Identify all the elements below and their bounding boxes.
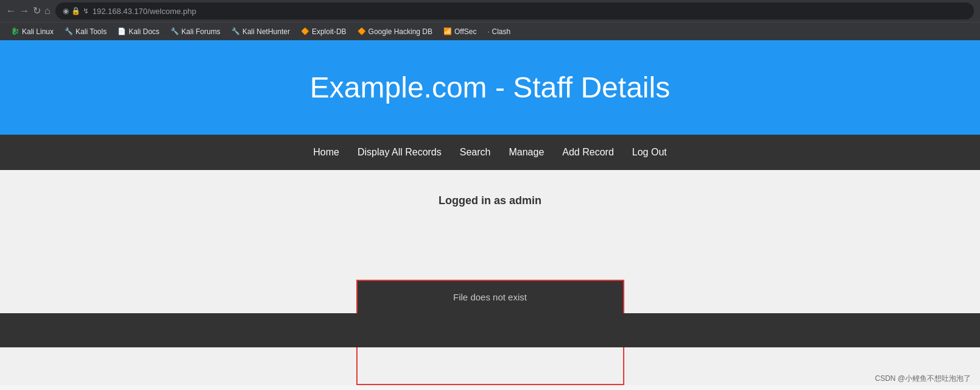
shield-icon: ◉ bbox=[63, 7, 69, 15]
kali-forums-icon: 🔧 bbox=[171, 27, 179, 35]
nav-bar: Home Display All Records Search Manage A… bbox=[0, 135, 980, 170]
bookmark-kali-nethunter[interactable]: 🔧 Kali NetHunter bbox=[227, 26, 295, 37]
nav-buttons: ← → ↻ ⌂ bbox=[6, 6, 51, 16]
bookmark-kali-forums[interactable]: 🔧 Kali Forums bbox=[166, 26, 225, 37]
error-container: File does not exist bbox=[0, 280, 980, 313]
bookmark-kali-linux[interactable]: 🐉 Kali Linux bbox=[6, 26, 58, 37]
bookmark-label: Kali NetHunter bbox=[242, 27, 290, 36]
watermark: CSDN @小鲤鱼不想吐泡泡了 bbox=[875, 374, 971, 384]
reload-button[interactable]: ↻ bbox=[33, 6, 41, 16]
nav-logout[interactable]: Log Out bbox=[632, 147, 667, 158]
browser-toolbar: ← → ↻ ⌂ ◉ 🔒 ↯ 192.168.43.170/welcome.php bbox=[0, 0, 980, 22]
offsec-icon: 📶 bbox=[443, 27, 452, 35]
bookmark-label: Kali Docs bbox=[129, 27, 160, 36]
security-icons: ◉ 🔒 ↯ bbox=[63, 7, 89, 15]
lock-icon: 🔒 bbox=[71, 7, 80, 15]
nav-search[interactable]: Search bbox=[460, 147, 491, 158]
bookmark-label: Exploit-DB bbox=[312, 27, 347, 36]
url-base: 192.168.43.170/ bbox=[93, 7, 150, 16]
nav-manage[interactable]: Manage bbox=[509, 147, 544, 158]
url-display: 192.168.43.170/welcome.php bbox=[93, 7, 197, 16]
bookmark-exploit-db[interactable]: 🔶 Exploit-DB bbox=[296, 26, 351, 37]
bookmark-kali-docs[interactable]: 📄 Kali Docs bbox=[113, 26, 164, 37]
kali-tools-icon: 🔧 bbox=[65, 27, 73, 35]
nav-home[interactable]: Home bbox=[313, 147, 339, 158]
bookmark-offsec[interactable]: 📶 OffSec bbox=[439, 26, 481, 37]
kali-linux-icon: 🐉 bbox=[11, 27, 19, 35]
url-path: welcome.php bbox=[150, 7, 197, 16]
bookmark-label: Kali Linux bbox=[22, 27, 54, 36]
clash-icon: · bbox=[487, 28, 489, 35]
error-bottom-container bbox=[0, 347, 980, 385]
error-box-wrapper: File does not exist bbox=[356, 280, 624, 313]
bookmark-google-hacking-db[interactable]: 🔶 Google Hacking DB bbox=[353, 26, 437, 37]
back-button[interactable]: ← bbox=[6, 6, 16, 16]
error-box-bottom bbox=[356, 347, 624, 385]
kali-docs-icon: 📄 bbox=[118, 27, 126, 35]
bookmark-label: Kali Tools bbox=[76, 27, 107, 36]
forward-button[interactable]: → bbox=[19, 6, 29, 16]
main-content: Logged in as admin bbox=[0, 170, 980, 280]
bookmark-label: Kali Forums bbox=[182, 27, 220, 36]
dark-strip bbox=[0, 313, 980, 347]
nav-display-all[interactable]: Display All Records bbox=[358, 147, 442, 158]
address-bar[interactable]: ◉ 🔒 ↯ 192.168.43.170/welcome.php bbox=[55, 2, 974, 20]
key-icon: ↯ bbox=[83, 7, 89, 15]
bottom-section: File does not exist bbox=[0, 280, 980, 385]
browser-chrome: ← → ↻ ⌂ ◉ 🔒 ↯ 192.168.43.170/welcome.php… bbox=[0, 0, 980, 40]
error-box-top: File does not exist bbox=[356, 280, 624, 313]
error-box-bottom-wrapper bbox=[356, 347, 624, 385]
kali-nethunter-icon: 🔧 bbox=[231, 27, 240, 35]
page-header: Example.com - Staff Details bbox=[0, 40, 980, 135]
error-message: File does not exist bbox=[453, 292, 527, 302]
bookmark-label: Google Hacking DB bbox=[368, 27, 432, 36]
exploit-db-icon: 🔶 bbox=[301, 27, 309, 35]
page-title: Example.com - Staff Details bbox=[12, 71, 968, 104]
bookmark-label: OffSec bbox=[454, 27, 476, 36]
bookmark-kali-tools[interactable]: 🔧 Kali Tools bbox=[60, 26, 111, 37]
nav-add-record[interactable]: Add Record bbox=[562, 147, 614, 158]
bookmark-clash[interactable]: · Clash bbox=[482, 26, 515, 37]
home-button[interactable]: ⌂ bbox=[44, 6, 51, 16]
logged-in-message: Logged in as admin bbox=[439, 194, 541, 207]
bookmarks-bar: 🐉 Kali Linux 🔧 Kali Tools 📄 Kali Docs 🔧 … bbox=[0, 22, 980, 40]
bookmark-label: Clash bbox=[492, 27, 511, 36]
google-hacking-db-icon: 🔶 bbox=[358, 27, 366, 35]
